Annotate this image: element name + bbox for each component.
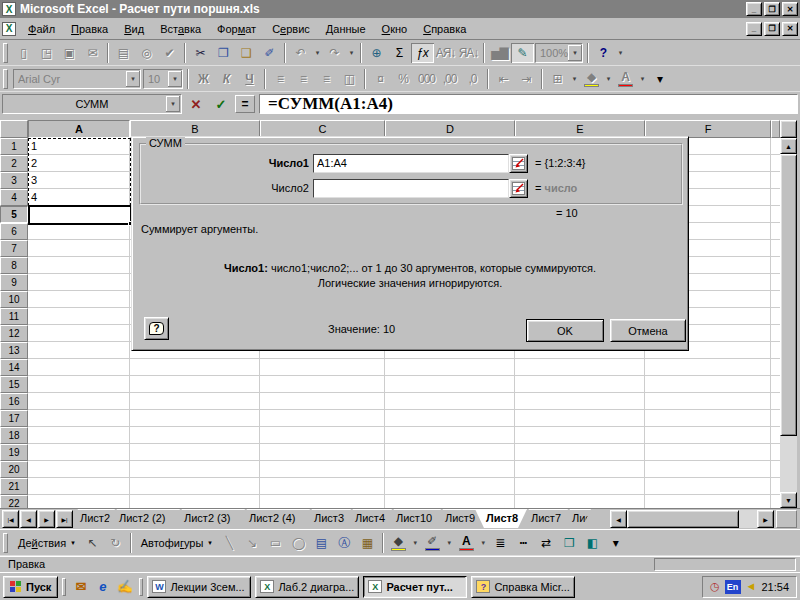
task-scheduler-icon[interactable]: ◷	[710, 581, 720, 592]
taskbar-button-3[interactable]: XРасчет пут...	[363, 576, 467, 598]
ok-button[interactable]: OK	[526, 319, 604, 342]
taskbar-button-1[interactable]: WЛекции 3сем...	[147, 576, 251, 598]
select-objects-button[interactable]: ↖	[81, 533, 104, 553]
sheet-tab-10[interactable]: Лист7	[520, 509, 568, 528]
sheet-tab-2[interactable]: Лист2 (2)	[108, 509, 180, 528]
row-header-17[interactable]: 17	[0, 410, 28, 427]
draw-fill-color-button[interactable]: ◆	[387, 533, 410, 553]
active-cell[interactable]	[28, 205, 132, 225]
sort-ascending-button[interactable]: АЯ↓	[434, 43, 457, 63]
row-header-20[interactable]: 20	[0, 461, 28, 478]
italic-button[interactable]: К	[215, 69, 238, 89]
print-preview-button[interactable]: ◎	[135, 43, 158, 63]
cell-A3[interactable]: 3	[31, 174, 37, 186]
workbook-icon[interactable]: X	[2, 22, 16, 36]
insert-hyperlink-button[interactable]: ⊕	[365, 43, 388, 63]
draw-font-color-dropdown[interactable]: ▾	[478, 533, 489, 553]
align-center-button[interactable]: ≡	[292, 69, 315, 89]
insert-clipart-button[interactable]: ▦	[356, 533, 379, 553]
row-header-22[interactable]: 22	[0, 495, 28, 508]
row-header-18[interactable]: 18	[0, 427, 28, 444]
merge-center-button[interactable]: ◫	[338, 69, 361, 89]
draw-font-color-button[interactable]: А	[455, 533, 478, 553]
zoom-combo[interactable]: 100%▾	[535, 43, 583, 63]
row-header-21[interactable]: 21	[0, 478, 28, 495]
row-header-2[interactable]: 2	[0, 155, 28, 172]
formula-input[interactable]: =СУММ(A1:A4)	[259, 94, 798, 114]
row-header-6[interactable]: 6	[0, 223, 28, 240]
doc-close-button[interactable]: ✕	[782, 22, 798, 36]
menu-item-format[interactable]: Формат	[209, 20, 264, 38]
decrease-indent-button[interactable]: ⇤	[492, 69, 515, 89]
fmtbar-drag-handle[interactable]	[3, 69, 8, 89]
draw-fill-color-dropdown[interactable]: ▾	[410, 533, 421, 553]
sheet-tab-1[interactable]: Лист2	[76, 509, 115, 528]
menu-item-window[interactable]: Окно	[374, 20, 416, 38]
menu-item-data[interactable]: Данные	[318, 20, 374, 38]
taskbar-grip[interactable]	[139, 578, 143, 596]
oval-button[interactable]: ◯	[287, 533, 310, 553]
autoshapes-menu[interactable]: Автофигуры▾	[135, 533, 218, 553]
borders-button[interactable]: ⊞	[546, 69, 569, 89]
autosum-button[interactable]: Σ	[388, 43, 411, 63]
menu-item-help[interactable]: Справка	[415, 20, 474, 38]
percent-style-button[interactable]: %	[392, 69, 415, 89]
copy-button[interactable]: ❐	[212, 43, 235, 63]
edit-formula-button[interactable]: =	[235, 95, 255, 113]
outlook-express-icon[interactable]: ✉	[70, 577, 91, 597]
stdbar-drag-handle[interactable]	[3, 43, 8, 63]
row-header-10[interactable]: 10	[0, 291, 28, 308]
font-name-combo[interactable]: Arial Cyr▾	[13, 69, 141, 89]
redo-button[interactable]: ↷	[323, 43, 346, 63]
tab-hscroll-left-button[interactable]: ◀	[610, 510, 627, 528]
new-document-button[interactable]: ▯	[12, 43, 35, 63]
fill-color-dropdown[interactable]: ▾	[603, 69, 614, 89]
row-header-12[interactable]: 12	[0, 325, 28, 342]
shadow-button[interactable]: ❒	[558, 533, 581, 553]
doc-minimize-button[interactable]: _	[746, 22, 762, 36]
internet-explorer-icon[interactable]: e	[92, 577, 113, 597]
tab-hscroll-right-button[interactable]: ▶	[757, 510, 774, 528]
vertical-split-box[interactable]	[780, 120, 797, 138]
volume-icon[interactable]: ◄	[746, 581, 757, 592]
more-buttons-button[interactable]: ▾	[648, 69, 671, 89]
name-box-dropdown-icon[interactable]: ▾	[166, 96, 180, 112]
sheet-tab-7[interactable]: Лист10	[385, 509, 441, 528]
row-header-4[interactable]: 4	[0, 189, 28, 206]
borders-dropdown[interactable]: ▾	[569, 69, 580, 89]
format-painter-button[interactable]: ✐	[258, 43, 281, 63]
taskbar-grip[interactable]	[62, 578, 66, 596]
draw-line-color-dropdown[interactable]: ▾	[444, 533, 455, 553]
collapse-dialog-button-1[interactable]	[509, 154, 528, 173]
row-header-5[interactable]: 5	[0, 206, 28, 223]
menu-item-tools[interactable]: Сервис	[264, 20, 318, 38]
line-button[interactable]: ╲	[218, 533, 241, 553]
start-button[interactable]: Пуск	[3, 576, 58, 598]
font-size-dropdown-icon[interactable]: ▾	[168, 71, 182, 87]
currency-style-button[interactable]: ¤	[369, 69, 392, 89]
vertical-scrollbar[interactable]: ▲ ▼	[780, 138, 797, 508]
taskbar-button-2[interactable]: XЛаб.2 диагра...	[255, 576, 359, 598]
3d-button[interactable]: ◧	[581, 533, 604, 553]
taskbar-button-4[interactable]: ?Справка Micr...	[471, 576, 575, 598]
draw-actions-menu[interactable]: Действия▾	[12, 533, 81, 553]
drawbar-drag-handle[interactable]	[3, 533, 8, 553]
text-box-button[interactable]: ▤	[310, 533, 333, 553]
font-name-dropdown-icon[interactable]: ▾	[126, 71, 140, 87]
fill-color-button[interactable]: ◆	[580, 69, 603, 89]
row-header-7[interactable]: 7	[0, 240, 28, 257]
drawing-button[interactable]: ✎	[511, 43, 534, 63]
free-rotate-button[interactable]: ↻	[104, 533, 127, 553]
undo-dropdown[interactable]: ▾	[312, 43, 323, 63]
bold-button[interactable]: Ж	[192, 69, 215, 89]
arrow-button[interactable]: ↘	[241, 533, 264, 553]
menu-item-view[interactable]: Вид	[116, 20, 152, 38]
horizontal-scroll-thumb[interactable]	[627, 510, 739, 528]
undo-button[interactable]: ↶	[289, 43, 312, 63]
number2-input[interactable]	[313, 179, 509, 198]
sheet-tab-5[interactable]: Лист3	[303, 509, 351, 528]
zoom-dropdown-icon[interactable]: ▾	[568, 45, 582, 61]
increase-decimal-button[interactable]: ,00	[438, 69, 461, 89]
tab-nav-button-0[interactable]: |◀	[2, 510, 19, 528]
enter-formula-button[interactable]: ✓	[210, 95, 232, 113]
